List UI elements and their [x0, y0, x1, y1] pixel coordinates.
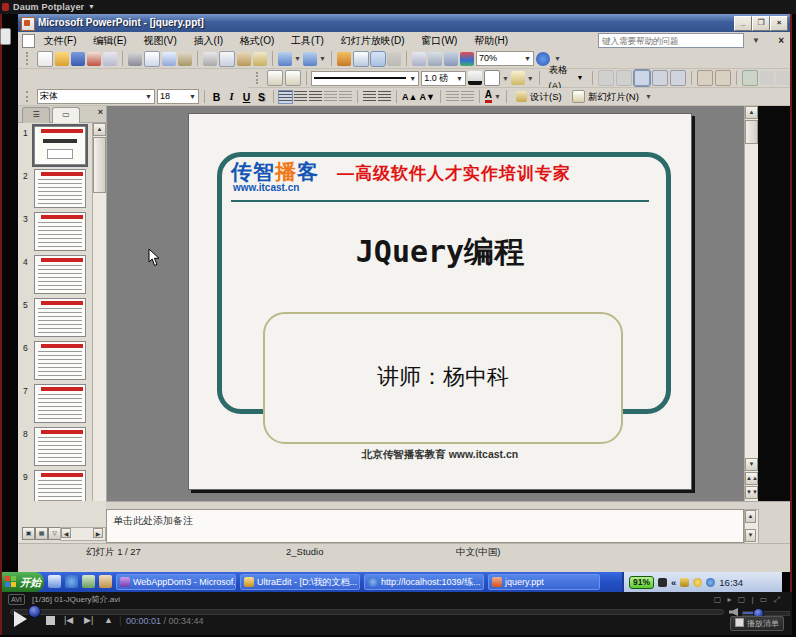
menu-window[interactable]: 窗口(W)	[414, 32, 464, 49]
taskbar-item-localhost[interactable]: http://localhost:1039/练...	[364, 574, 484, 590]
seek-knob[interactable]	[28, 605, 41, 618]
line-spacing-icon[interactable]	[339, 91, 352, 103]
thumbnail-scrollbar[interactable]: ▲	[92, 123, 106, 501]
start-button[interactable]: 开始	[2, 572, 44, 592]
notes-scrollbar[interactable]: ▲ ▼	[744, 509, 759, 545]
fill-color-icon[interactable]	[511, 71, 525, 85]
volume-icon[interactable]	[729, 608, 738, 616]
eraser-icon[interactable]	[285, 70, 301, 86]
scroll-down-icon[interactable]: ▼	[745, 458, 758, 471]
scrollbar-thumb[interactable]	[745, 120, 758, 144]
align-top-icon[interactable]	[634, 70, 650, 86]
email-icon[interactable]	[103, 52, 117, 66]
redo-dropdown-icon[interactable]: ▼	[319, 55, 326, 62]
research-icon[interactable]	[178, 52, 192, 66]
spelling-icon[interactable]	[162, 52, 176, 66]
border-dropdown-icon[interactable]: ▼	[502, 75, 509, 82]
new-slide-button[interactable]: 新幻灯片(N)	[568, 89, 643, 105]
tab-outline[interactable]: ☰	[22, 107, 50, 123]
insert-chart-icon[interactable]	[337, 52, 351, 66]
expand-all-icon[interactable]	[412, 52, 426, 66]
panel-close-icon[interactable]: ×	[98, 107, 103, 117]
chevron-down-icon[interactable]: ▼	[752, 32, 760, 49]
cut-icon[interactable]	[203, 52, 217, 66]
increase-font-icon[interactable]: A▲	[402, 92, 417, 102]
menu-tools[interactable]: 工具(T)	[284, 32, 331, 49]
copy-icon[interactable]	[219, 51, 235, 67]
numbered-list-icon[interactable]	[363, 91, 376, 103]
permission-icon[interactable]	[87, 52, 101, 66]
color-schemes-icon[interactable]	[460, 52, 474, 66]
toolbar-options-icon[interactable]: ▼	[554, 55, 561, 62]
horizontal-mini-scrollbar[interactable]: ◀ ▶	[60, 527, 106, 541]
show-formatting-icon[interactable]	[428, 52, 442, 66]
minimize-icon[interactable]: _	[734, 16, 752, 31]
clock[interactable]: 16:34	[719, 577, 743, 588]
media-player-icon[interactable]	[82, 575, 95, 588]
taskbar-item-webappdom3[interactable]: WebAppDom3 - Microsof...	[116, 574, 236, 590]
key-icon[interactable]	[680, 578, 689, 587]
normal-view-icon[interactable]: ▣	[22, 527, 35, 540]
insert-rows-icon[interactable]	[760, 71, 774, 85]
italic-button[interactable]: I	[225, 91, 238, 102]
menubar-close-icon[interactable]: ×	[778, 32, 784, 49]
previous-slide-icon[interactable]: ▲▲	[745, 472, 758, 485]
next-slide-icon[interactable]: ▼▼	[745, 486, 758, 499]
insert-columns-icon[interactable]	[742, 70, 758, 86]
undo-dropdown-icon[interactable]: ▼	[294, 55, 301, 62]
merge-cells-icon[interactable]	[598, 70, 614, 86]
folder-icon[interactable]	[99, 575, 112, 588]
scroll-up-icon[interactable]: ▲	[93, 123, 106, 136]
paste-icon[interactable]	[237, 52, 251, 66]
tray-chevron-icon[interactable]: «	[671, 577, 676, 588]
toolbar-options-icon[interactable]: ▼	[645, 93, 652, 100]
border-color-icon[interactable]	[468, 71, 482, 85]
increase-indent-icon[interactable]	[461, 91, 474, 103]
battery-indicator[interactable]: 91%	[629, 576, 654, 589]
slide-thumbnail[interactable]	[34, 427, 86, 466]
draw-table-icon[interactable]	[267, 70, 283, 86]
slide-canvas[interactable]: 传智播客 www.itcast.cn —高级软件人才实作培训专家 JQuery编…	[188, 113, 692, 490]
delete-cells-icon[interactable]	[776, 71, 790, 85]
distribute-rows-icon[interactable]	[697, 70, 713, 86]
decrease-indent-icon[interactable]	[446, 91, 459, 103]
design-button[interactable]: 设计(S)	[512, 89, 566, 105]
menu-format[interactable]: 格式(O)	[233, 32, 281, 49]
new-icon[interactable]	[37, 51, 53, 67]
align-left-icon[interactable]	[279, 91, 292, 103]
tab-slides[interactable]: ▭	[52, 107, 80, 123]
shadow-button[interactable]: S	[255, 91, 268, 103]
scroll-up-icon[interactable]: ▲	[745, 106, 758, 119]
menu-view[interactable]: 视图(V)	[136, 32, 183, 49]
align-bottom-icon[interactable]	[670, 70, 686, 86]
maximize-icon[interactable]: ❐	[752, 16, 770, 31]
main-vertical-scrollbar[interactable]: ▲ ▼ ▲▲ ▼▼	[744, 106, 758, 501]
scroll-down-icon[interactable]: ▼	[745, 529, 756, 542]
slide-thumbnail[interactable]	[34, 169, 86, 208]
split-cells-icon[interactable]	[616, 70, 632, 86]
print-icon[interactable]	[128, 52, 142, 66]
distribute-columns-icon[interactable]	[715, 70, 731, 86]
menu-help[interactable]: 帮助(H)	[467, 32, 515, 49]
line-weight-combobox[interactable]: 1.0 磅▼	[421, 71, 466, 86]
decrease-font-icon[interactable]: A▼	[419, 92, 434, 102]
menu-edit[interactable]: 编辑(E)	[86, 32, 133, 49]
undo-icon[interactable]	[278, 52, 292, 66]
center-vertically-icon[interactable]	[652, 70, 668, 86]
font-color-icon[interactable]: A	[485, 90, 492, 103]
font-size-combobox[interactable]: 18▼	[157, 89, 199, 104]
print-preview-icon[interactable]	[144, 51, 160, 67]
line-style-combobox[interactable]: ▼	[311, 71, 419, 86]
align-right-icon[interactable]	[309, 91, 322, 103]
help-search-input[interactable]	[598, 33, 744, 48]
underline-button[interactable]: U	[240, 91, 253, 103]
redo-icon[interactable]	[303, 52, 317, 66]
slide-thumbnail[interactable]	[34, 384, 86, 423]
slide-thumbnail[interactable]	[34, 212, 86, 251]
hyperlink-icon[interactable]	[387, 52, 401, 66]
messenger-icon[interactable]	[693, 578, 702, 587]
playlist-button[interactable]: 播放清单	[730, 616, 784, 631]
slide-thumbnail[interactable]	[34, 341, 86, 380]
previous-button[interactable]: |◀	[64, 616, 78, 625]
insert-table-icon[interactable]	[353, 51, 369, 67]
